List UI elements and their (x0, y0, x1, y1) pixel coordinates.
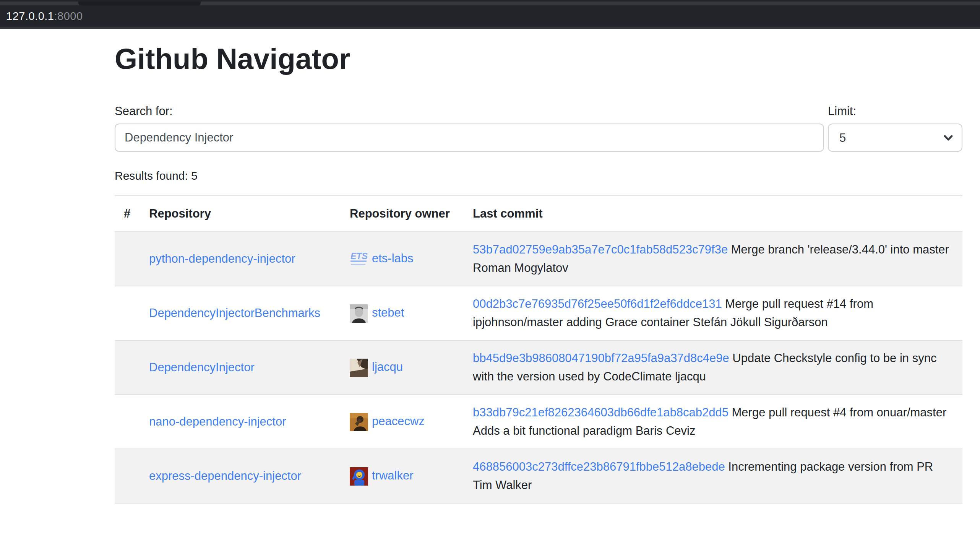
repository-link[interactable]: nano-dependency-injector (149, 415, 286, 428)
commit-sha-link[interactable]: 468856003c273dffce23b86791fbbe512a8ebede (473, 460, 725, 473)
browser-tab-notch (78, 2, 201, 5)
commit-sha-link[interactable]: bb45d9e3b98608047190bf72a95fa9a37d8c4e9e (473, 351, 729, 365)
limit-select[interactable]: 5 (828, 123, 962, 152)
page-content: Github Navigator Search for: Limit: 5 Re… (0, 29, 980, 504)
column-header-index: # (115, 196, 140, 232)
address-bar[interactable]: 127.0.0.1:8000 (0, 5, 980, 27)
repository-link[interactable]: express-dependency-injector (149, 469, 301, 483)
search-label: Search for: (115, 104, 824, 118)
table-header-row: # Repository Repository owner Last commi… (115, 196, 962, 232)
table-row: DependencyInjector ljacqu bb45d9e3b98608… (115, 340, 962, 395)
search-field-group: Search for: (115, 104, 824, 152)
row-index (115, 286, 140, 340)
repository-link[interactable]: python-dependency-injector (149, 252, 295, 265)
owner-link[interactable]: ljacqu (372, 360, 403, 374)
avatar-trwalker-lego-astronaut (350, 467, 368, 486)
table-row: express-dependency-injector trwalker (115, 449, 962, 503)
page-title: Github Navigator (115, 41, 962, 76)
topbar-bottom-strip (0, 27, 980, 29)
owner-link[interactable]: ets-labs (372, 252, 414, 265)
owner-link[interactable]: trwalker (372, 469, 414, 482)
repository-link[interactable]: DependencyInjector (149, 361, 255, 374)
avatar-stebet-photo (350, 304, 368, 323)
search-form: Search for: Limit: 5 (115, 104, 962, 152)
table-row: nano-dependency-injector peacecwz b33db7… (115, 395, 962, 449)
search-input[interactable] (115, 123, 824, 152)
commit-sha-link[interactable]: b33db79c21ef8262364603db66dfe1ab8cab2dd5 (473, 406, 729, 419)
avatar-ets-labs-logo: ETS (350, 250, 368, 268)
table-row: python-dependency-injector ETS ets-labs … (115, 232, 962, 286)
commit-sha-link[interactable]: 53b7ad02759e9ab35a7e7c0c1fab58d523c79f3e (473, 243, 728, 256)
limit-field-group: Limit: 5 (828, 104, 962, 152)
repository-link[interactable]: DependencyInjectorBenchmarks (149, 306, 320, 320)
column-header-repository: Repository (140, 196, 341, 232)
results-summary: Results found: 5 (115, 169, 962, 182)
browser-top-bar: 127.0.0.1:8000 (0, 0, 980, 29)
commit-sha-link[interactable]: 00d2b3c7e76935d76f25ee50f6d1f2ef6ddce131 (473, 297, 722, 310)
table-row: DependencyInjectorBenchmarks stebet 00d2… (115, 286, 962, 340)
row-index (115, 232, 140, 286)
url-host: 127.0.0.1 (6, 10, 54, 23)
svg-text:ETS: ETS (350, 251, 368, 261)
row-index (115, 340, 140, 395)
owner-link[interactable]: stebet (372, 306, 404, 319)
column-header-owner: Repository owner (341, 196, 464, 232)
browser-tab-strip (0, 2, 980, 5)
column-header-last-commit: Last commit (464, 196, 962, 232)
avatar-peacecwz-photo (350, 413, 368, 431)
results-table: # Repository Repository owner Last commi… (115, 195, 962, 504)
row-index (115, 395, 140, 449)
row-index (115, 449, 140, 503)
avatar-ljacqu-photo (350, 359, 368, 377)
owner-link[interactable]: peacecwz (372, 414, 425, 428)
limit-label: Limit: (828, 104, 962, 118)
url-port: :8000 (54, 10, 83, 23)
